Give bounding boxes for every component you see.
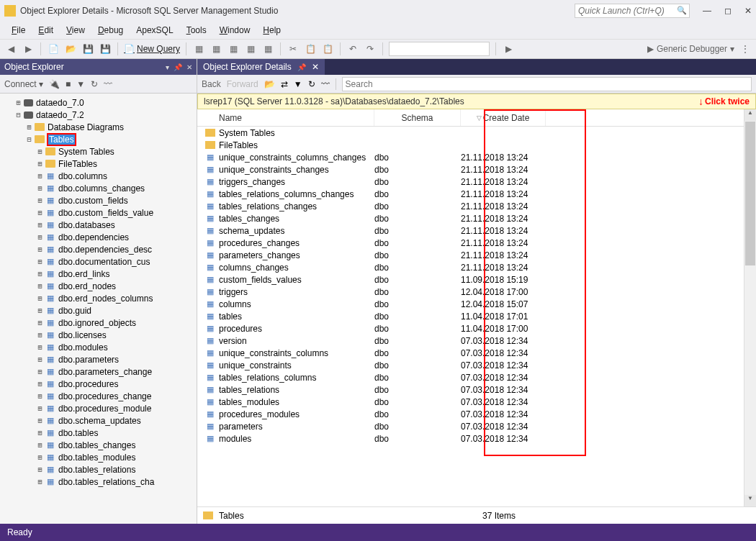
expand-icon[interactable]: ⊞ [36, 331, 44, 339]
expand-icon[interactable]: ⊞ [36, 478, 44, 486]
col-schema[interactable]: Schema [374, 109, 461, 126]
col-create-date[interactable]: ▽Create Date [461, 109, 546, 126]
table-row[interactable]: ▦custom_fields_valuesdbo11.09.2018 15:19 [197, 273, 744, 286]
menu-tools[interactable]: Tools [181, 23, 212, 37]
expand-icon[interactable]: ⊞ [36, 441, 44, 449]
expand-icon[interactable]: ⊞ [36, 429, 44, 437]
quick-launch[interactable]: 🔍 [575, 4, 690, 18]
copy-icon[interactable]: 📋 [304, 42, 317, 55]
table-row[interactable]: ▦unique_constraints_columnsdbo07.03.2018… [197, 347, 744, 359]
scroll-up-button[interactable]: ▲ [744, 109, 756, 121]
tree-node[interactable]: ⊞▦dbo.tables_relations_cha [0, 476, 197, 488]
table-row[interactable]: ▦tables_relations_changesdbo21.11.2018 1… [197, 200, 744, 212]
tree-node[interactable]: ⊞System Tables [0, 145, 197, 158]
tree-node[interactable]: ⊞▦dbo.custom_fields [0, 194, 197, 206]
nav-fwd-button[interactable]: ▶ [22, 42, 35, 55]
debugger-combo[interactable]: ▶ Generic Debugger ▾ [647, 44, 734, 54]
tree-node[interactable]: ⊞FileTables [0, 158, 197, 170]
back-button[interactable]: Back [202, 79, 221, 89]
menu-debug[interactable]: Debug [92, 23, 129, 37]
table-row[interactable]: ▦tables_modulesdbo07.03.2018 12:34 [197, 396, 744, 408]
tree-node[interactable]: ⊞▦dbo.dependencies_desc [0, 243, 197, 255]
tree-node[interactable]: ⊞▦dbo.parameters [0, 353, 197, 365]
table-row[interactable]: ▦tables_relationsdbo07.03.2018 12:34 [197, 383, 744, 396]
table-row[interactable]: ▦unique_constraintsdbo07.03.2018 12:34 [197, 359, 744, 371]
table-row[interactable]: ▦columns_changesdbo21.11.2018 13:24 [197, 261, 744, 273]
table-row[interactable]: ▦triggers_changesdbo21.11.2018 13:24 [197, 176, 744, 188]
tree-node[interactable]: ⊞dataedo_7.0 [0, 96, 197, 109]
expand-icon[interactable]: ⊞ [36, 209, 44, 217]
panel-dropdown-icon[interactable]: ▾ [166, 63, 169, 71]
expand-icon[interactable]: ⊞ [36, 417, 44, 424]
pin-icon[interactable]: 📌 [174, 63, 182, 71]
oe-refresh-icon[interactable]: ↻ [91, 79, 98, 89]
tree-node[interactable]: ⊞▦dbo.tables_relations [0, 463, 197, 476]
table-row[interactable]: ▦tables_relations_columnsdbo07.03.2018 1… [197, 371, 744, 383]
table-row[interactable]: ▦modulesdbo07.03.2018 12:34 [197, 432, 744, 445]
tree-node[interactable]: ⊞▦dbo.erd_nodes [0, 280, 197, 292]
oed-activity-icon[interactable]: 〰 [321, 79, 330, 89]
oed-refresh-icon[interactable]: ↻ [308, 79, 315, 89]
tree-node[interactable]: ⊞▦dbo.modules [0, 341, 197, 353]
table-row[interactable]: ▦parameters_changesdbo21.11.2018 13:24 [197, 249, 744, 261]
object-tree[interactable]: ⊞dataedo_7.0⊟dataedo_7.2⊞Database Diagra… [0, 94, 197, 524]
db-icon-5[interactable]: ▦ [261, 42, 274, 55]
tree-node[interactable]: ⊞▦dbo.tables_changes [0, 439, 197, 451]
tree-node[interactable]: ⊞▦dbo.dependencies [0, 231, 197, 243]
expand-icon[interactable]: ⊞ [36, 233, 44, 241]
oe-filter-icon[interactable]: ▼ [76, 79, 85, 89]
expand-icon[interactable]: ⊞ [36, 221, 44, 229]
tree-node[interactable]: ⊞▦dbo.tables [0, 427, 197, 439]
tree-node[interactable]: ⊞▦dbo.ignored_objects [0, 317, 197, 329]
expand-icon[interactable]: ⊞ [36, 294, 44, 302]
paste-icon[interactable]: 📋 [321, 42, 334, 55]
tree-node[interactable]: ⊞▦dbo.guid [0, 304, 197, 317]
table-row[interactable]: ▦procedures_changesdbo21.11.2018 13:24 [197, 237, 744, 249]
cut-icon[interactable]: ✂ [287, 42, 300, 55]
table-row[interactable]: ▦tablesdbo11.04.2018 17:01 [197, 310, 744, 322]
tree-node[interactable]: ⊟Tables [0, 133, 197, 145]
tree-node[interactable]: ⊞▦dbo.procedures_change [0, 390, 197, 402]
tab-pin-icon[interactable]: 📌 [297, 63, 306, 71]
tree-node[interactable]: ⊞▦dbo.columns [0, 170, 197, 182]
expand-icon[interactable]: ⊟ [14, 111, 22, 119]
tab-oe-details[interactable]: Object Explorer Details 📌 ✕ [197, 59, 325, 75]
expand-icon[interactable]: ⊞ [14, 99, 22, 106]
tree-node[interactable]: ⊞▦dbo.erd_links [0, 268, 197, 280]
expand-icon[interactable]: ⊞ [36, 453, 44, 461]
redo-icon[interactable]: ↷ [364, 42, 377, 55]
tree-node[interactable]: ⊞▦dbo.licenses [0, 329, 197, 341]
db-icon-3[interactable]: ▦ [227, 42, 240, 55]
quick-launch-input[interactable] [575, 4, 690, 18]
tree-node[interactable]: ⊞▦dbo.tables_modules [0, 451, 197, 463]
db-icon-2[interactable]: ▦ [210, 42, 222, 55]
table-row[interactable]: ▦tables_changesdbo21.11.2018 13:24 [197, 212, 744, 224]
details-grid[interactable]: Name Schema ▽Create Date System TablesFi… [197, 109, 744, 506]
scroll-down-button[interactable]: ▼ [744, 495, 756, 506]
menu-apexsql[interactable]: ApexSQL [130, 23, 179, 37]
table-row[interactable]: ▦versiondbo07.03.2018 12:34 [197, 335, 744, 347]
minimize-button[interactable]: — [703, 6, 711, 16]
expand-icon[interactable]: ⊞ [36, 465, 44, 473]
tree-node[interactable]: ⊞▦dbo.documentation_cus [0, 255, 197, 268]
oed-up-icon[interactable]: 📂 [264, 79, 275, 89]
open-icon[interactable]: 📂 [64, 42, 77, 55]
new-query-button[interactable]: 📄New Query [124, 44, 180, 54]
oe-disconnect-icon[interactable]: 🔌 [49, 79, 60, 89]
oe-stop-icon[interactable]: ■ [66, 79, 71, 89]
tree-node[interactable]: ⊞▦dbo.custom_fields_value [0, 206, 197, 219]
tree-node[interactable]: ⊞▦dbo.procedures_module [0, 402, 197, 414]
tree-node[interactable]: ⊞▦dbo.erd_nodes_columns [0, 292, 197, 304]
database-combo[interactable] [389, 42, 490, 56]
table-row[interactable]: ▦unique_constraints_changesdbo21.11.2018… [197, 163, 744, 176]
expand-icon[interactable]: ⊟ [25, 135, 33, 143]
expand-icon[interactable]: ⊞ [36, 147, 44, 155]
panel-close-icon[interactable]: ✕ [186, 63, 192, 71]
expand-icon[interactable]: ⊞ [36, 270, 44, 278]
tree-node[interactable]: ⊞Database Diagrams [0, 121, 197, 133]
tree-node[interactable]: ⊞▦dbo.columns_changes [0, 182, 197, 194]
tree-node[interactable]: ⊞▦dbo.schema_updates [0, 414, 197, 427]
table-row[interactable]: System Tables [197, 127, 744, 139]
maximize-button[interactable]: ◻ [724, 6, 732, 16]
menu-view[interactable]: View [60, 23, 91, 37]
